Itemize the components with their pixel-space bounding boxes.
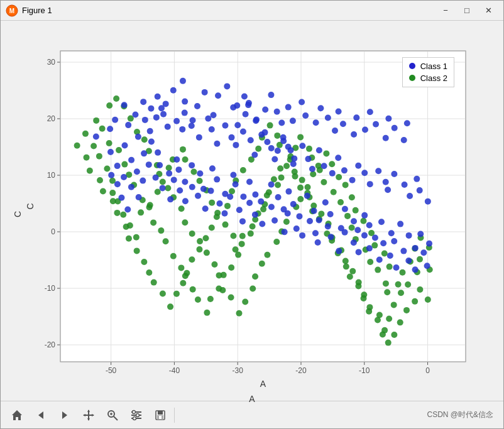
- svg-point-217: [182, 219, 188, 225]
- svg-point-102: [114, 209, 120, 215]
- svg-point-359: [166, 170, 172, 176]
- svg-point-448: [118, 194, 124, 200]
- svg-point-430: [329, 170, 336, 176]
- svg-point-163: [163, 238, 169, 244]
- svg-point-347: [420, 249, 427, 256]
- svg-point-384: [322, 199, 329, 205]
- svg-point-139: [349, 268, 356, 274]
- svg-point-89: [384, 289, 390, 295]
- svg-point-224: [228, 294, 234, 300]
- svg-point-41: [90, 143, 97, 149]
- svg-point-310: [182, 198, 189, 204]
- svg-point-273: [243, 111, 249, 117]
- svg-point-119: [224, 202, 231, 209]
- svg-point-333: [328, 234, 334, 240]
- svg-point-344: [400, 247, 407, 254]
- svg-point-377: [281, 206, 287, 212]
- svg-point-80: [331, 188, 337, 195]
- svg-point-418: [251, 151, 258, 158]
- svg-point-267: [202, 89, 208, 95]
- svg-point-162: [158, 227, 164, 234]
- svg-point-442: [407, 192, 413, 198]
- svg-point-99: [97, 176, 103, 183]
- svg-point-403: [160, 111, 167, 117]
- forward-icon: [58, 409, 71, 421]
- svg-point-374: [258, 198, 264, 204]
- svg-point-116: [202, 235, 209, 241]
- back-button[interactable]: [30, 404, 52, 426]
- window-controls: − □ ✕: [436, 3, 498, 18]
- svg-point-392: [372, 234, 378, 241]
- svg-point-86: [367, 259, 373, 265]
- svg-point-300: [122, 142, 128, 148]
- svg-point-42: [96, 153, 102, 159]
- svg-text:-10: -10: [45, 284, 56, 293]
- svg-point-364: [197, 170, 203, 176]
- svg-point-45: [109, 190, 116, 196]
- svg-point-420: [268, 144, 275, 151]
- svg-point-383: [316, 217, 322, 223]
- svg-point-168: [195, 296, 201, 302]
- maximize-button[interactable]: □: [457, 3, 477, 18]
- svg-point-264: [182, 98, 188, 104]
- svg-point-408: [189, 122, 195, 129]
- minimize-button[interactable]: −: [436, 3, 456, 18]
- svg-point-126: [267, 122, 273, 128]
- save-button[interactable]: [149, 404, 172, 426]
- svg-point-338: [361, 232, 368, 238]
- app-icon: M: [6, 4, 18, 17]
- home-button[interactable]: [6, 404, 28, 426]
- pan-button[interactable]: [77, 404, 100, 426]
- svg-point-424: [290, 161, 297, 167]
- svg-point-297: [392, 124, 398, 131]
- svg-point-194: [361, 295, 367, 301]
- zoom-button[interactable]: [101, 404, 124, 426]
- svg-point-441: [402, 182, 408, 188]
- svg-point-404: [163, 100, 169, 107]
- forward-button[interactable]: [53, 404, 76, 426]
- svg-point-425: [299, 143, 305, 149]
- svg-point-282: [299, 99, 305, 105]
- svg-point-115: [196, 246, 202, 253]
- svg-point-341: [380, 240, 386, 246]
- svg-point-412: [214, 140, 220, 146]
- svg-point-160: [146, 204, 153, 210]
- svg-point-302: [134, 168, 140, 175]
- svg-point-173: [228, 264, 234, 271]
- configure-button[interactable]: [125, 404, 148, 426]
- svg-point-195: [366, 308, 372, 314]
- svg-point-362: [182, 178, 188, 185]
- svg-point-219: [197, 238, 203, 244]
- svg-text:M: M: [9, 8, 14, 14]
- svg-point-118: [214, 214, 220, 220]
- svg-point-110: [167, 303, 173, 310]
- svg-point-240: [329, 161, 335, 167]
- svg-point-417: [248, 137, 254, 143]
- svg-point-325: [282, 229, 288, 235]
- svg-point-307: [167, 196, 173, 202]
- svg-marker-464: [62, 411, 67, 419]
- svg-point-426: [305, 156, 311, 162]
- svg-point-236: [304, 184, 310, 190]
- close-button[interactable]: ✕: [478, 3, 498, 18]
- svg-marker-463: [38, 411, 43, 419]
- svg-point-76: [306, 145, 312, 151]
- svg-point-255: [135, 133, 141, 139]
- svg-point-353: [128, 183, 134, 190]
- svg-point-174: [235, 251, 241, 258]
- svg-point-453: [253, 117, 259, 124]
- svg-point-127: [274, 132, 280, 138]
- svg-point-444: [417, 187, 423, 193]
- svg-point-75: [297, 134, 304, 140]
- svg-point-229: [259, 260, 265, 266]
- svg-point-124: [255, 145, 261, 151]
- svg-point-429: [321, 163, 327, 169]
- svg-point-358: [156, 162, 163, 168]
- svg-point-53: [160, 178, 166, 185]
- svg-point-111: [173, 290, 180, 296]
- svg-point-407: [182, 109, 188, 116]
- svg-point-342: [387, 252, 393, 258]
- svg-point-437: [375, 168, 381, 174]
- svg-point-389: [354, 227, 361, 233]
- svg-point-288: [336, 108, 342, 114]
